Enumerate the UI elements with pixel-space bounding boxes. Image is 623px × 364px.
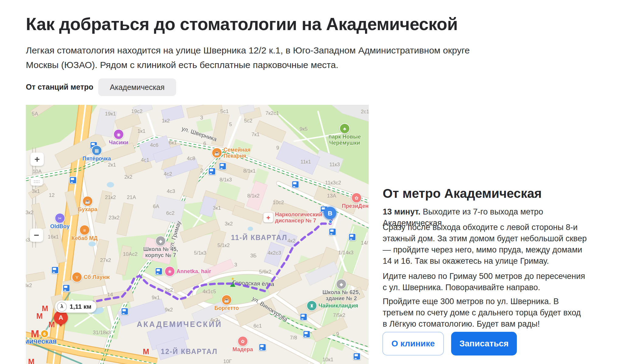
transit-stop-icon[interactable] (349, 233, 356, 241)
school-45-icon: ◆ (155, 236, 166, 246)
map-building-label: 8/1к1 (243, 168, 256, 174)
about-clinic-button[interactable]: О клинике (382, 332, 444, 355)
map-building-label: 6с1 (253, 323, 262, 329)
map-building-label: 10А (33, 169, 42, 175)
map-building-label: 1/14к3 (338, 250, 353, 256)
map-building-label: 14 (107, 292, 113, 298)
map-building-label: 10Г (223, 359, 232, 364)
map-label-layer: 5А19к119с21к21к135с155с27к2с17к192с19к51… (26, 105, 369, 364)
metro-entrance-icon: М (49, 320, 55, 329)
map-building-label: 21к2 (105, 194, 116, 201)
madera-label: Мадера (232, 346, 253, 352)
map-building-label: 5/6к2 (259, 269, 272, 275)
map-building-label: 2с2 (165, 287, 173, 293)
map-building-label: 3к2 (26, 210, 33, 216)
tab-akademicheskaya[interactable]: Академическая (98, 78, 176, 96)
map-district-label: 12-Й КВАРТАЛ (161, 348, 218, 356)
yolka-tree-icon: ▲ (228, 279, 237, 289)
park-novye-cheryomushki-icon: ♣ (339, 123, 350, 134)
map-building-label: 2 (200, 168, 203, 174)
park-novye-cheryomushki-label: парк Новые Черёмушки (329, 134, 361, 146)
borghetto-label: Боргетто (214, 305, 239, 311)
transit-stop-icon[interactable] (219, 163, 227, 170)
madera-icon: ✿ (238, 336, 248, 347)
map-building-label: 7/5к2 (333, 312, 346, 318)
map-building-label: 9 (276, 145, 279, 151)
annetka-hair-label: Annetka. hair (176, 268, 211, 274)
map-building-label: 4с1 (141, 157, 149, 163)
walking-icon: λ (57, 302, 67, 312)
route-distance-value: 1,11 км (70, 303, 92, 310)
map-building-label: 11к1 (301, 159, 311, 165)
narco-dispanser-label: Наркологический диспансер № 7 (275, 211, 322, 224)
transit-stop-icon[interactable] (303, 331, 311, 338)
map-building-label: 10Ас2 (123, 251, 137, 257)
map-district-label: 11-Й КВАРТАЛ (231, 234, 287, 242)
bukhara-icon: ☕ (82, 196, 93, 207)
transit-stop-icon[interactable] (259, 344, 266, 351)
map-building-label: 6к1 (169, 140, 177, 146)
metro-entrance-icon: М (143, 347, 149, 356)
chasiki-icon: ◉ (113, 129, 124, 140)
map-building-label: 10с2 (273, 200, 284, 206)
chainiklandia-icon: ♜ (307, 300, 317, 311)
transit-stop-icon[interactable] (208, 168, 216, 175)
transit-stop-icon[interactable] (51, 266, 59, 274)
zoom-out-button[interactable]: − (30, 228, 43, 242)
map-building-label: 2к1 (108, 162, 116, 168)
map-building-label: 3к1 (213, 205, 221, 211)
transit-stop-icon[interactable] (353, 353, 361, 360)
map-building-label: 8/1к3 (220, 177, 232, 183)
map-building-label: к3 (26, 237, 30, 243)
map-building-label: 4с2 (164, 171, 172, 177)
map-building-label: 3к2 (225, 221, 233, 227)
borghetto-icon: ☕ (221, 295, 232, 305)
map-building-label: 6 (203, 141, 206, 147)
map-building-label: 5/1к2 (218, 242, 230, 249)
route-distance-pill[interactable]: λ 1,11 км (55, 300, 96, 313)
metro-entrance-icon: М (28, 357, 35, 364)
transit-stop-icon[interactable] (329, 228, 336, 236)
sb-lounge-icon: Y (72, 272, 82, 283)
map-building-label: 11к3с2 (325, 180, 341, 186)
map-building-label: 8/1к2 (247, 193, 260, 199)
map-street-label: ул. Шверника (181, 125, 218, 143)
map-building-label: 1к1 (137, 128, 145, 134)
map-building-label: 4с3 (167, 188, 175, 194)
intro-text: Легкая стоматология находится на улице Ш… (26, 43, 476, 72)
map-building-label: 5с2 (244, 118, 252, 124)
map-building-label: 11к3 (329, 162, 340, 168)
signup-button[interactable]: Записаться (451, 332, 517, 355)
map-building-label: 5с1 (220, 108, 228, 115)
metro-entrance-icon: М (42, 304, 48, 313)
oldboy-label: OldBoy (50, 223, 70, 229)
map-building-label: 27к2 (100, 257, 111, 263)
oldboy-icon: ✂ (55, 213, 65, 224)
transit-stop-icon[interactable] (121, 308, 129, 315)
map-building-label: 19с2 (131, 108, 143, 115)
transit-stop-icon[interactable] (63, 284, 70, 292)
marker-b-tail (329, 220, 332, 224)
metro-tabs-label: От станций метро (26, 83, 93, 91)
map-building-label: 9 (336, 331, 339, 337)
page-title: Как добраться до стоматологии на Академи… (26, 14, 458, 34)
map[interactable]: 5А19к119с21к21к135с155с27к2с17к192с19к51… (26, 105, 369, 364)
map-building-label: 1к2 (162, 118, 170, 124)
transit-stop-icon[interactable] (292, 181, 299, 188)
map-building-label: 6с2 (166, 210, 174, 216)
transit-stop-icon[interactable] (155, 268, 163, 275)
school-625-label: Школа № 625, здание № 2 (322, 289, 360, 301)
pyaterochka-label: Пятёрочка (82, 156, 111, 162)
directions-heading: От метро Академическая (383, 186, 542, 201)
map-building-label: 8к2 (26, 283, 32, 289)
map-building-label: 21А (127, 194, 136, 201)
zoom-in-button[interactable]: + (30, 153, 44, 166)
transit-stop-icon[interactable] (300, 313, 308, 321)
ruler-button[interactable]: ∷∷ (31, 178, 43, 186)
map-building-label: 3 (234, 262, 237, 268)
map-building-label: 3к1 (32, 188, 40, 194)
map-building-label: 4с6 (150, 142, 158, 148)
map-building-label: 4с8 (187, 156, 195, 162)
map-building-label: 7к1 (252, 132, 259, 138)
transit-stop-icon[interactable] (69, 177, 77, 184)
